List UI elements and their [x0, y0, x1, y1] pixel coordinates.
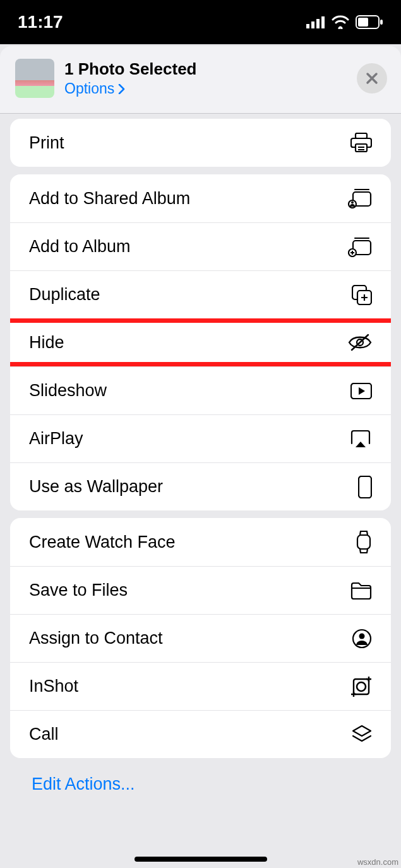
- action-duplicate[interactable]: Duplicate: [10, 270, 391, 318]
- cell-signal-icon: [306, 16, 325, 28]
- row-label: InShot: [29, 677, 78, 696]
- row-label: Save to Files: [29, 581, 128, 600]
- home-indicator[interactable]: [135, 857, 267, 862]
- section-other-actions: Create Watch Face Save to Files Assign t…: [10, 518, 391, 758]
- action-wallpaper[interactable]: Use as Wallpaper: [10, 462, 391, 510]
- section-photo-actions: Add to Shared Album Add to Album Duplica…: [10, 174, 391, 510]
- hide-icon: [348, 334, 372, 351]
- airplay-icon: [349, 430, 372, 449]
- row-label: Use as Wallpaper: [29, 477, 163, 497]
- watch-icon: [356, 531, 372, 553]
- row-label: Hide: [29, 333, 64, 353]
- action-inshot[interactable]: InShot: [10, 662, 391, 710]
- phone-outline-icon: [358, 476, 372, 498]
- action-add-album[interactable]: Add to Album: [10, 222, 391, 270]
- status-time: 11:17: [18, 12, 63, 32]
- close-button[interactable]: [357, 63, 387, 93]
- wifi-icon: [332, 15, 349, 29]
- svg-rect-0: [306, 24, 309, 28]
- chevron-right-icon: [118, 84, 126, 94]
- svg-rect-3: [321, 16, 325, 28]
- action-hide[interactable]: Hide: [10, 323, 391, 362]
- action-add-shared-album[interactable]: Add to Shared Album: [10, 174, 391, 222]
- layers-icon: [352, 725, 372, 745]
- duplicate-icon: [352, 285, 372, 305]
- sheet-title: 1 Photo Selected: [64, 59, 357, 79]
- highlight-box: Hide: [10, 318, 391, 366]
- add-album-icon: [348, 237, 372, 257]
- status-icons: [306, 15, 383, 29]
- svg-point-34: [357, 682, 366, 691]
- action-call[interactable]: Call: [10, 710, 391, 758]
- svg-point-15: [351, 202, 354, 204]
- section-print: Print: [10, 119, 391, 167]
- printer-icon: [350, 133, 372, 153]
- close-icon: [366, 72, 378, 85]
- svg-rect-1: [311, 21, 314, 28]
- svg-rect-29: [357, 535, 370, 549]
- row-label: Slideshow: [29, 381, 107, 401]
- watermark: wsxdn.com: [357, 857, 398, 867]
- action-save-files[interactable]: Save to Files: [10, 566, 391, 614]
- row-label: Add to Album: [29, 237, 131, 256]
- photo-thumbnail[interactable]: [15, 59, 54, 98]
- share-sheet: 1 Photo Selected Options Print Add to Sh…: [0, 46, 401, 868]
- header-divider: [0, 113, 401, 114]
- action-print[interactable]: Print: [10, 119, 391, 167]
- battery-icon: [356, 15, 383, 29]
- row-label: AirPlay: [29, 429, 83, 449]
- options-label: Options: [64, 80, 114, 97]
- edit-actions-link[interactable]: Edit Actions...: [0, 766, 401, 811]
- row-label: Duplicate: [29, 285, 100, 304]
- edit-actions-label: Edit Actions...: [32, 775, 135, 793]
- svg-rect-7: [356, 133, 367, 138]
- svg-rect-6: [380, 20, 383, 25]
- options-link[interactable]: Options: [64, 80, 357, 97]
- folder-icon: [350, 582, 372, 600]
- inshot-icon: [350, 676, 372, 697]
- svg-rect-33: [354, 679, 369, 694]
- shared-album-icon: [348, 188, 372, 208]
- action-slideshow[interactable]: Slideshow: [10, 366, 391, 414]
- action-assign-contact[interactable]: Assign to Contact: [10, 614, 391, 662]
- slideshow-icon: [350, 383, 372, 399]
- row-label: Call: [29, 725, 59, 744]
- contact-icon: [352, 629, 372, 649]
- action-watch-face[interactable]: Create Watch Face: [10, 518, 391, 566]
- row-label: Create Watch Face: [29, 533, 176, 552]
- sheet-header: 1 Photo Selected Options: [0, 46, 401, 113]
- status-bar: 11:17: [0, 0, 401, 44]
- svg-rect-28: [359, 476, 371, 498]
- action-airplay[interactable]: AirPlay: [10, 414, 391, 462]
- svg-rect-2: [316, 19, 320, 28]
- svg-point-32: [359, 633, 365, 639]
- row-label: Assign to Contact: [29, 629, 163, 648]
- row-label: Add to Shared Album: [29, 189, 190, 208]
- row-label: Print: [29, 133, 64, 153]
- svg-rect-5: [358, 18, 368, 27]
